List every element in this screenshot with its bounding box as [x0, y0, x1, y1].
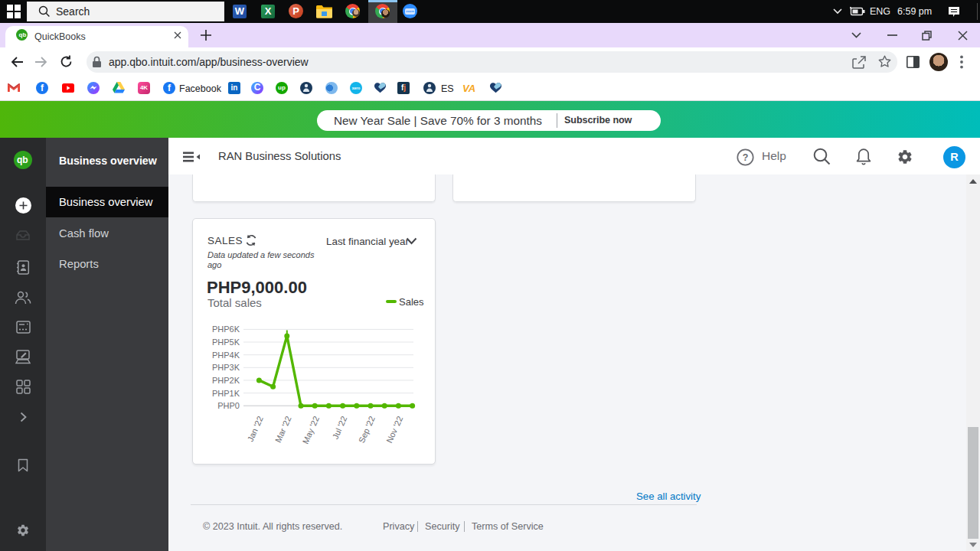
svg-text:Nov '22: Nov '22 — [384, 415, 404, 445]
svg-text:Jul '22: Jul '22 — [331, 415, 349, 441]
svg-text:PHP5K: PHP5K — [212, 337, 240, 347]
svg-text:PHP0: PHP0 — [217, 401, 240, 410]
svg-text:PHP3K: PHP3K — [212, 363, 240, 372]
svg-text:PHP6K: PHP6K — [212, 324, 240, 334]
svg-text:Jan '22: Jan '22 — [246, 415, 265, 443]
svg-text:Sep '22: Sep '22 — [357, 415, 377, 445]
svg-text:Mar '22: Mar '22 — [273, 415, 293, 444]
svg-text:May '22: May '22 — [301, 415, 321, 445]
svg-text:PHP4K: PHP4K — [212, 350, 240, 360]
svg-text:PHP1K: PHP1K — [212, 389, 240, 398]
svg-text:PHP2K: PHP2K — [212, 376, 240, 385]
svg-text:?: ? — [743, 152, 749, 163]
